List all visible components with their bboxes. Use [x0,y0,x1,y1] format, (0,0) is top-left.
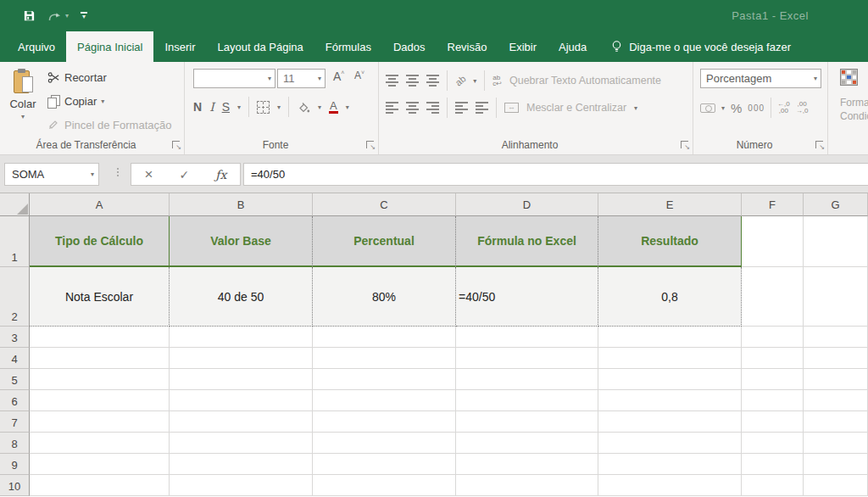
tell-me-box[interactable]: Diga-me o que você deseja fazer [609,31,791,62]
tab-formulas[interactable]: Fórmulas [314,31,382,62]
cell-D2[interactable]: =40/50 [456,267,598,327]
formula-bar-resize-handle[interactable] [117,168,119,176]
cell-E5[interactable] [598,369,742,390]
cell-D7[interactable] [456,411,598,433]
cell-A3[interactable] [30,327,170,348]
font-size-combo[interactable]: 11 ▾ [277,69,326,88]
cell-C7[interactable] [313,411,456,433]
cell-F10[interactable] [742,475,804,496]
select-all-corner[interactable] [0,193,30,216]
cell-F7[interactable] [742,411,804,433]
cell-E10[interactable] [598,475,742,496]
underline-dropdown-caret[interactable]: ▾ [237,103,241,111]
cell-D1[interactable]: Fórmula no Excel [456,216,598,267]
insert-function-icon[interactable]: ƒx [215,168,226,181]
tab-pagina-inicial[interactable]: Página Inicial [66,31,153,62]
decrease-decimal-icon[interactable]: ,00→,0 [796,101,809,114]
italic-button[interactable]: I [209,100,214,114]
cell-C1[interactable]: Percentual [313,216,456,267]
paste-dropdown-caret[interactable]: ▾ [21,113,25,120]
column-header-F[interactable]: F [742,193,804,216]
orientation-caret[interactable]: ▾ [473,77,476,85]
cell-G7[interactable] [804,411,868,433]
tab-inserir[interactable]: Inserir [153,31,206,62]
name-box[interactable]: SOMA ▾ [4,163,99,186]
cell-E8[interactable] [598,433,742,454]
redo-icon[interactable] [47,9,61,23]
column-header-E[interactable]: E [598,193,742,216]
row-header-5[interactable]: 5 [0,369,30,390]
cell-G3[interactable] [804,327,868,348]
cell-D3[interactable] [456,327,598,348]
row-header-10[interactable]: 10 [0,475,30,496]
align-center-icon[interactable] [406,102,419,114]
wrap-text-icon[interactable]: abc↩ [492,75,502,87]
cell-E4[interactable] [598,348,742,369]
accounting-format-icon[interactable] [700,103,715,113]
copy-dropdown-caret[interactable]: ▾ [101,98,104,105]
align-middle-icon[interactable] [406,75,419,87]
cell-B9[interactable] [170,454,313,475]
decrease-indent-icon[interactable] [455,102,468,114]
cell-C5[interactable] [313,369,456,390]
cell-G9[interactable] [804,454,868,475]
increase-indent-icon[interactable] [476,102,488,114]
cell-C10[interactable] [313,475,456,496]
cell-B8[interactable] [170,433,313,454]
orientation-icon[interactable]: ab [453,73,468,87]
clipboard-dialog-launcher[interactable] [172,141,180,148]
borders-dropdown-caret[interactable]: ▾ [277,103,281,111]
cell-B7[interactable] [170,411,313,433]
cell-A6[interactable] [30,390,170,411]
cell-G6[interactable] [804,390,868,411]
cell-F4[interactable] [742,348,804,369]
font-name-combo[interactable]: ▾ [193,69,275,88]
row-header-3[interactable]: 3 [0,327,30,348]
cell-A10[interactable] [30,475,170,496]
cell-G8[interactable] [804,433,868,454]
tab-dados[interactable]: Dados [382,31,437,62]
row-header-6[interactable]: 6 [0,390,30,411]
font-color-caret[interactable]: ▾ [346,103,349,111]
cell-G2[interactable] [804,267,868,327]
cancel-icon[interactable]: × [145,166,153,183]
cell-B1[interactable]: Valor Base [170,216,313,267]
cut-button[interactable]: Recortar [47,67,107,87]
row-header-8[interactable]: 8 [0,433,30,454]
cell-F6[interactable] [742,390,804,411]
font-color-button[interactable]: A [329,101,338,114]
increase-decimal-icon[interactable]: ←,0,00 [777,101,790,114]
cell-D5[interactable] [456,369,598,390]
number-dialog-launcher[interactable] [815,141,823,148]
cell-A4[interactable] [30,348,170,369]
cell-F1[interactable] [742,216,804,267]
borders-icon[interactable] [257,101,270,114]
underline-button[interactable]: S [222,100,230,114]
cell-E7[interactable] [598,411,742,433]
fill-color-caret[interactable]: ▾ [318,103,321,111]
cell-A8[interactable] [30,433,170,454]
number-format-combo[interactable]: Porcentagem ▾ [700,69,821,88]
cell-C3[interactable] [313,327,456,348]
merge-center-icon[interactable] [504,103,519,113]
comma-style-button[interactable]: 000 [748,103,765,113]
cell-A1[interactable]: Tipo de Cálculo [30,216,170,267]
cell-F8[interactable] [742,433,804,454]
row-header-4[interactable]: 4 [0,348,30,369]
merge-center-caret[interactable]: ▾ [634,104,637,112]
cell-E6[interactable] [598,390,742,411]
cell-G10[interactable] [804,475,868,496]
save-icon[interactable] [22,9,36,23]
cell-E9[interactable] [598,454,742,475]
cell-G4[interactable] [804,348,868,369]
grow-font-button[interactable]: A˄ [333,70,344,83]
cell-B4[interactable] [170,348,313,369]
format-painter-button[interactable]: Pincel de Formatação [47,114,171,135]
name-box-caret[interactable]: ▾ [91,170,94,178]
customize-qat-icon[interactable]: ▾ [81,12,87,20]
accounting-caret[interactable]: ▾ [721,104,725,112]
wrap-text-label[interactable]: Quebrar Texto Automaticamente [509,75,661,87]
cell-D4[interactable] [456,348,598,369]
tab-exibir[interactable]: Exibir [498,31,548,62]
cell-C4[interactable] [313,348,456,369]
